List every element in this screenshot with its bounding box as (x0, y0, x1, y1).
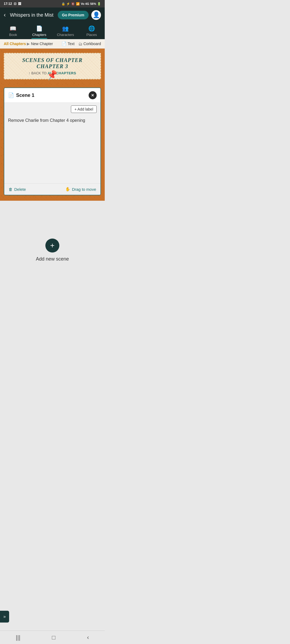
add-scene-card[interactable]: + Add new scene (4, 204, 101, 296)
text-view-label: Text (68, 42, 75, 46)
tab-chapters-label: Chapters (32, 33, 46, 37)
status-wifi-icon: 📶 (76, 2, 80, 6)
status-bluetooth-icon: ⚡ (66, 2, 70, 6)
app-header: ‹ Whispers in the Mist Go Premium 👤 (0, 8, 105, 23)
pin-container: 📌 (47, 70, 58, 80)
characters-icon: 👥 (62, 25, 69, 32)
status-signal-icon: Vo 4G (81, 2, 89, 5)
add-scene-button[interactable]: + (45, 239, 59, 253)
text-view-icon: 📄 (61, 41, 67, 46)
breadcrumb: All Chapters ▶ New Chapter (4, 42, 53, 46)
go-premium-button[interactable]: Go Premium (58, 11, 89, 19)
scene-content: Remove Charlie from Chapter 4 opening (8, 116, 97, 125)
status-shield-icon: 🔒 (61, 2, 65, 6)
status-right: 🔒 ⚡ 🔇 📶 Vo 4G 56% 🔋 (61, 2, 101, 6)
status-left: 17:12 ⊡ 🖼 (4, 2, 21, 6)
scene-body: + Add label Remove Charlie from Chapter … (4, 103, 100, 183)
nav-tabs: 📖 Book 📄 Chapters 👥 Characters 🌐 Places (0, 23, 105, 39)
back-button[interactable]: ‹ (4, 12, 6, 19)
status-battery: 56% (90, 2, 96, 5)
pin-icon: 📌 (46, 69, 59, 81)
status-sync-icon: ⊡ (14, 2, 16, 6)
user-avatar-button[interactable]: 👤 (91, 10, 101, 20)
delete-icon: 🗑 (9, 187, 13, 192)
drag-icon: ✋ (65, 187, 70, 192)
status-image-icon: 🖼 (18, 2, 21, 6)
delete-label: Delete (14, 187, 26, 192)
scene-footer: 🗑 Delete ✋ Drag to move (4, 183, 100, 195)
book-icon: 📖 (10, 25, 16, 32)
tab-chapters[interactable]: 📄 Chapters (26, 23, 53, 39)
corkboard-area: SCENES OF CHAPTER CHAPTER 3 ↑ BACK TO AL… (0, 49, 105, 201)
scene-card: 📄 Scene 1 × + Add label Remove Charlie f… (4, 87, 101, 195)
drag-label: Drag to move (72, 187, 96, 192)
chapter-back-arrow: ↑ (28, 71, 30, 75)
chapters-icon: 📄 (36, 25, 43, 32)
tab-places[interactable]: 🌐 Places (79, 23, 105, 39)
breadcrumb-arrow: ▶ (27, 42, 30, 46)
scene-doc-icon: 📄 (8, 92, 14, 98)
breadcrumb-bar: All Chapters ▶ New Chapter 📄 Text 🗂 Cork… (0, 39, 105, 49)
text-view-button[interactable]: 📄 Text (61, 41, 75, 46)
status-bar: 17:12 ⊡ 🖼 🔒 ⚡ 🔇 📶 Vo 4G 56% 🔋 (0, 0, 105, 8)
app-title: Whispers in the Mist (8, 12, 55, 18)
add-label-button[interactable]: + Add label (71, 105, 97, 113)
breadcrumb-current: New Chapter (31, 42, 53, 46)
corkboard-view-label: Corkboard (84, 42, 101, 46)
places-icon: 🌐 (88, 25, 95, 32)
tab-characters[interactable]: 👥 Characters (52, 23, 79, 39)
tab-book-label: Book (9, 33, 17, 37)
scene-title: Scene 1 (16, 93, 34, 98)
tab-book[interactable]: 📖 Book (0, 23, 26, 39)
status-mute-icon: 🔇 (71, 2, 75, 6)
chapter-header-title: SCENES OF CHAPTER CHAPTER 3 (10, 57, 95, 69)
tab-characters-label: Characters (57, 33, 74, 37)
delete-scene-button[interactable]: 🗑 Delete (9, 187, 26, 192)
avatar-icon: 👤 (93, 12, 100, 19)
add-scene-label: Add new scene (36, 256, 69, 262)
scene-close-button[interactable]: × (89, 91, 97, 99)
breadcrumb-all-chapters[interactable]: All Chapters (4, 42, 26, 46)
status-time: 17:12 (4, 2, 12, 6)
scene-title-row: 📄 Scene 1 (8, 92, 34, 98)
tab-places-label: Places (86, 33, 97, 37)
corkboard-view-button[interactable]: 🗂 Corkboard (78, 42, 101, 46)
status-battery-icon: 🔋 (97, 2, 101, 6)
corkboard-view-icon: 🗂 (78, 42, 82, 46)
drag-to-move-button[interactable]: ✋ Drag to move (65, 187, 96, 192)
scene-card-header: 📄 Scene 1 × (4, 88, 100, 103)
breadcrumb-view-options: 📄 Text 🗂 Corkboard (61, 41, 101, 46)
chapter-back-text: BACK TO (31, 71, 47, 75)
